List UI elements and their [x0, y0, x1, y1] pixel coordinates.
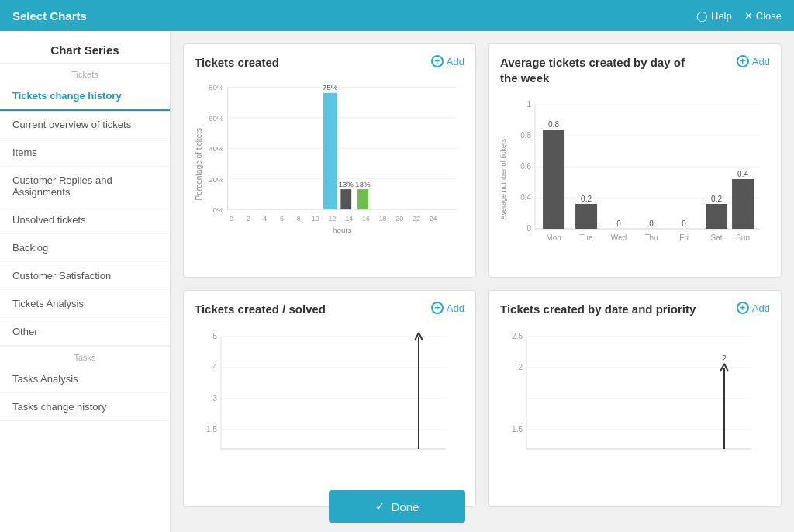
chart-tickets-created: Tickets created + Add Percentage of tick…	[183, 43, 476, 278]
svg-text:4: 4	[263, 214, 267, 222]
chart-header-2: Average tickets created by day of the we…	[500, 55, 770, 85]
add-button-tickets-priority[interactable]: + Add	[737, 302, 770, 314]
svg-text:10: 10	[312, 214, 319, 222]
main-layout: Chart Series Tickets Tickets change hist…	[0, 31, 794, 532]
svg-rect-54	[706, 204, 727, 229]
chart-header: Tickets created + Add	[195, 55, 464, 71]
svg-text:75%: 75%	[323, 83, 338, 92]
svg-text:4: 4	[212, 363, 217, 371]
svg-rect-14	[340, 189, 351, 209]
avg-tickets-chart: 1 0.6 0.4 0 0.8 0.8	[509, 93, 770, 264]
y-axis-label: Percentage of tickets	[195, 128, 203, 200]
svg-text:0.2: 0.2	[581, 195, 592, 203]
svg-text:1: 1	[526, 100, 531, 109]
sidebar: Chart Series Tickets Tickets change hist…	[0, 31, 171, 532]
svg-text:12: 12	[329, 214, 337, 222]
add-icon-2: +	[737, 55, 749, 67]
svg-text:8: 8	[297, 214, 301, 222]
add-icon-4: +	[737, 302, 749, 314]
svg-text:0: 0	[649, 219, 654, 228]
svg-text:2: 2	[247, 214, 250, 222]
svg-text:0: 0	[230, 214, 233, 222]
header-title: Select Charts	[12, 9, 87, 22]
sidebar-section-tasks: Tasks	[0, 346, 170, 365]
svg-text:60%: 60%	[209, 113, 224, 122]
svg-text:0.4: 0.4	[737, 170, 748, 178]
sidebar-section-tickets: Tickets	[0, 63, 170, 82]
svg-text:0: 0	[682, 219, 686, 228]
svg-text:14: 14	[345, 214, 353, 222]
svg-text:0%: 0%	[212, 206, 223, 214]
help-button[interactable]: ◯ Help	[696, 10, 732, 22]
sidebar-item-backlog[interactable]: Backlog	[0, 234, 170, 262]
svg-text:0.8: 0.8	[520, 131, 531, 140]
tickets-priority-chart: 2.5 2 1.5 2	[500, 325, 770, 480]
content-area: Tickets created + Add Percentage of tick…	[171, 31, 794, 532]
sidebar-item-items[interactable]: Items	[0, 139, 170, 167]
add-icon-3: +	[431, 302, 444, 314]
chart-header-3: Tickets created / solved + Add	[195, 302, 464, 317]
chart-title: Tickets created	[195, 55, 279, 71]
svg-text:1.5: 1.5	[206, 425, 217, 434]
svg-text:Mon: Mon	[546, 233, 561, 242]
svg-text:20: 20	[395, 214, 403, 222]
svg-text:24: 24	[430, 214, 437, 222]
chart-tickets-created-solved: Tickets created / solved + Add	[183, 290, 476, 507]
svg-text:16: 16	[362, 214, 370, 222]
done-button[interactable]: ✓ Done	[329, 490, 466, 523]
svg-rect-46	[575, 204, 597, 229]
svg-text:13%: 13%	[355, 179, 371, 188]
add-button-avg-tickets[interactable]: + Add	[737, 55, 770, 67]
add-button-tickets-created[interactable]: + Add	[431, 55, 464, 67]
svg-text:0.8: 0.8	[548, 120, 559, 129]
svg-text:2: 2	[518, 363, 523, 371]
sidebar-item-unsolved-tickets[interactable]: Unsolved tickets	[0, 206, 170, 234]
svg-text:Wed: Wed	[611, 233, 627, 242]
chart-avg-tickets-day: Average tickets created by day of the we…	[488, 43, 782, 278]
sidebar-item-current-overview[interactable]: Current overview of tickets	[0, 111, 170, 139]
svg-text:3: 3	[212, 394, 217, 402]
svg-text:Sun: Sun	[736, 233, 750, 242]
y-axis-label-2: Average number of tickets	[500, 139, 508, 219]
sidebar-item-tasks-change-history[interactable]: Tasks change history	[0, 393, 170, 421]
header-actions: ◯ Help ✕ Close	[696, 10, 782, 22]
svg-text:hours: hours	[333, 225, 352, 233]
svg-text:0.6: 0.6	[520, 162, 531, 171]
chart-header-4: Tickets created by date and priority + A…	[500, 302, 770, 317]
svg-text:Tue: Tue	[580, 233, 593, 242]
chart-title-3: Tickets created / solved	[195, 302, 326, 317]
close-button[interactable]: ✕ Close	[744, 10, 782, 22]
header: Select Charts ◯ Help ✕ Close	[0, 0, 794, 31]
svg-text:0.4: 0.4	[520, 193, 531, 202]
help-icon: ◯	[696, 10, 708, 22]
tickets-solved-chart: 5 4 3 1.5	[195, 325, 464, 480]
tickets-created-chart: 80% 60% 40% 20% 0% 75% 13%	[205, 78, 464, 249]
sidebar-item-tickets-change-history[interactable]: Tickets change history	[0, 82, 170, 111]
svg-text:22: 22	[413, 214, 420, 222]
svg-text:Fri: Fri	[679, 233, 689, 242]
svg-text:Thu: Thu	[644, 233, 658, 242]
add-icon: +	[431, 55, 444, 67]
svg-text:0.2: 0.2	[711, 195, 722, 203]
sidebar-item-tasks-analysis[interactable]: Tasks Analysis	[0, 365, 170, 393]
sidebar-item-customer-replies[interactable]: Customer Replies and Assignments	[0, 167, 170, 206]
svg-rect-12	[323, 92, 337, 209]
sidebar-item-customer-satisfaction[interactable]: Customer Satisfaction	[0, 262, 170, 290]
sidebar-title: Chart Series	[0, 31, 170, 63]
svg-text:80%: 80%	[209, 83, 224, 92]
svg-text:1.5: 1.5	[512, 425, 523, 434]
svg-text:0: 0	[526, 224, 531, 233]
sidebar-item-tickets-analysis[interactable]: Tickets Analysis	[0, 290, 170, 318]
done-area: ✓ Done	[0, 481, 794, 532]
add-button-tickets-solved[interactable]: + Add	[431, 302, 464, 314]
svg-text:2: 2	[722, 354, 727, 363]
chart-tickets-priority: Tickets created by date and priority + A…	[488, 290, 782, 507]
svg-text:18: 18	[379, 214, 387, 222]
svg-text:13%: 13%	[338, 179, 354, 188]
svg-rect-44	[543, 130, 564, 229]
svg-text:20%: 20%	[209, 174, 224, 183]
svg-text:2.5: 2.5	[512, 332, 523, 340]
sidebar-item-other[interactable]: Other	[0, 318, 170, 346]
svg-text:5: 5	[212, 332, 217, 340]
svg-rect-56	[732, 179, 754, 229]
